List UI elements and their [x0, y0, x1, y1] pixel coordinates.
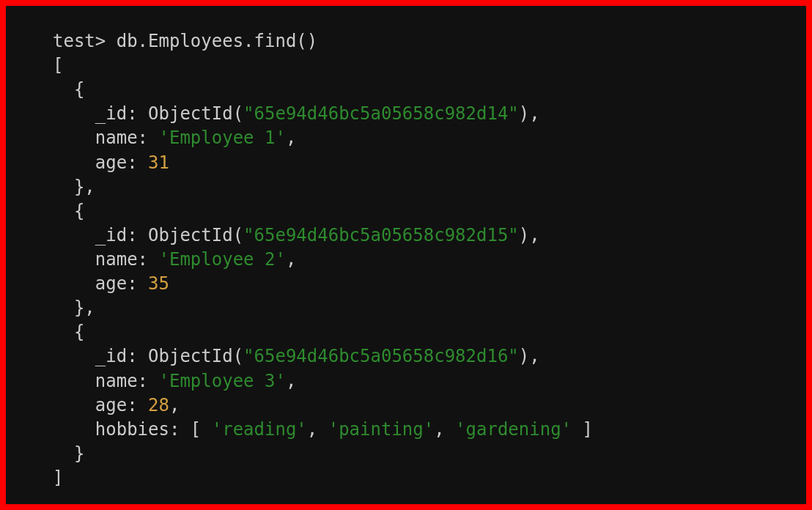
output-line: name: 'Employee 1', [53, 126, 759, 150]
name-value: 'Employee 3' [159, 371, 286, 391]
comma: , [169, 395, 180, 415]
indent [53, 225, 95, 245]
key-age: age: [95, 395, 138, 415]
output-line: age: 35 [53, 272, 759, 296]
name-value: 'Employee 1' [159, 128, 286, 148]
indent [53, 395, 95, 415]
indent [53, 249, 95, 270]
key-hobbies: hobbies: [95, 419, 180, 440]
comma: , [529, 103, 539, 124]
id-value: "65e94d46bc5a05658c982d16" [243, 346, 519, 366]
objectid-close: ) [519, 346, 529, 366]
array-close-bracket: ] [53, 468, 63, 488]
output-line: name: 'Employee 3', [53, 369, 759, 393]
indent [53, 273, 95, 294]
array-open-bracket: [ [53, 55, 63, 75]
objectid-fn: ObjectId( [148, 225, 243, 245]
output-line: age: 31 [53, 151, 759, 175]
hobby-value: 'reading' [212, 419, 307, 440]
object-close-brace: }, [53, 298, 95, 318]
output-line: _id: ObjectId("65e94d46bc5a05658c982d15"… [53, 223, 759, 248]
age-value: 35 [148, 273, 169, 294]
object-open-brace: { [53, 322, 84, 342]
output-line: age: 28, [53, 393, 759, 418]
comma-sep: , [434, 419, 455, 440]
object-open-brace: { [53, 79, 84, 100]
output-line: } [53, 442, 759, 466]
output-line: }, [53, 175, 759, 199]
array-open-bracket: [ [191, 419, 201, 440]
command-line: test> db.Employees.find() [53, 29, 759, 53]
age-value: 31 [148, 152, 169, 173]
indent [53, 419, 95, 440]
indent [53, 371, 95, 391]
indent [53, 103, 95, 124]
objectid-fn: ObjectId( [148, 346, 243, 366]
output-line: { [53, 199, 759, 223]
array-close-bracket: ] [583, 419, 593, 440]
output-line: }, [53, 296, 759, 320]
output-line: hobbies: [ 'reading', 'painting', 'garde… [53, 418, 759, 442]
comma: , [286, 249, 296, 270]
key-name: name: [95, 371, 148, 391]
comma: , [529, 225, 539, 245]
command-text: db.Employees.find() [117, 31, 318, 51]
prompt: test> [53, 31, 106, 51]
object-open-brace: { [53, 201, 84, 221]
output-line: _id: ObjectId("65e94d46bc5a05658c982d16"… [53, 344, 759, 369]
objectid-fn: ObjectId( [148, 103, 243, 124]
key-id: _id: [95, 346, 138, 366]
space [106, 31, 116, 51]
id-value: "65e94d46bc5a05658c982d14" [243, 103, 519, 124]
indent [53, 346, 95, 366]
age-value: 28 [148, 395, 169, 415]
key-age: age: [95, 273, 138, 294]
comma-sep: , [307, 419, 328, 440]
hobby-value: 'painting' [328, 419, 435, 440]
output-line: [ [53, 53, 759, 78]
indent [53, 128, 95, 148]
name-value: 'Employee 2' [159, 249, 286, 270]
output-line: _id: ObjectId("65e94d46bc5a05658c982d14"… [53, 102, 759, 126]
objectid-close: ) [519, 225, 529, 245]
objectid-close: ) [519, 103, 529, 124]
hobby-value: 'gardening' [455, 419, 572, 440]
key-id: _id: [95, 225, 138, 245]
comma: , [529, 346, 539, 366]
output-line: { [53, 78, 759, 102]
key-age: age: [95, 152, 138, 173]
terminal-window[interactable]: test> db.Employees.find() [ { _id: Objec… [6, 6, 806, 504]
comma: , [286, 128, 296, 148]
key-name: name: [95, 249, 148, 270]
indent [53, 152, 95, 173]
object-close-brace: }, [53, 177, 95, 197]
key-id: _id: [95, 103, 138, 124]
output-line: { [53, 320, 759, 344]
id-value: "65e94d46bc5a05658c982d15" [243, 225, 519, 245]
object-close-brace: } [53, 443, 84, 464]
output-line: name: 'Employee 2', [53, 248, 759, 272]
output-line: ] [53, 466, 759, 490]
key-name: name: [95, 128, 148, 148]
comma: , [286, 371, 296, 391]
